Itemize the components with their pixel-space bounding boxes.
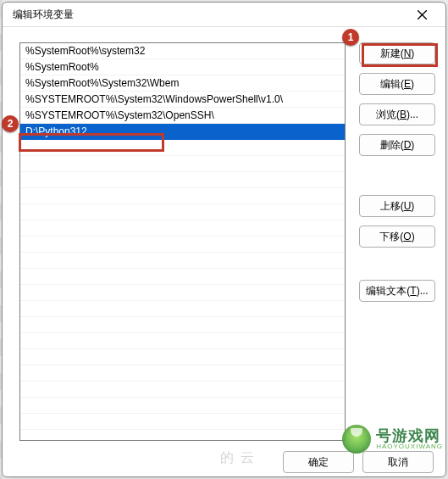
list-item-empty[interactable] (20, 220, 345, 237)
list-item[interactable]: %SystemRoot%\System32\Wbem (20, 75, 345, 92)
cancel-button[interactable]: 取消 (362, 451, 434, 473)
btn-label: 上移( (380, 199, 404, 214)
list-item-empty[interactable] (20, 333, 345, 349)
list-item-empty[interactable] (20, 285, 345, 301)
list-item-empty[interactable] (20, 204, 345, 220)
list-item-empty[interactable] (20, 188, 345, 204)
list-item-empty[interactable] (20, 253, 345, 269)
callout-2: 2 (2, 115, 19, 132)
list-item[interactable]: %SYSTEMROOT%\System32\WindowsPowerShell\… (20, 92, 345, 108)
btn-suffix: )... (407, 109, 418, 120)
btn-label: 删除( (380, 138, 404, 153)
list-item-empty[interactable] (20, 382, 345, 398)
hotkey: B (400, 109, 407, 120)
window-title: 编辑环境变量 (13, 8, 74, 22)
moveup-button[interactable]: 上移(U) (359, 195, 435, 217)
ok-button[interactable]: 确定 (283, 451, 354, 473)
hotkey: T (410, 285, 416, 297)
callout-1: 1 (342, 29, 359, 46)
close-icon (418, 10, 427, 19)
dialog-body: %SystemRoot%\system32%SystemRoot%%System… (3, 27, 445, 451)
btn-suffix: ) (411, 47, 414, 59)
btn-suffix: ) (411, 78, 414, 90)
list-item-empty[interactable] (20, 317, 345, 333)
list-item-empty[interactable] (20, 140, 345, 156)
btn-suffix: ) (412, 231, 415, 242)
hotkey: U (404, 200, 412, 212)
list-item-empty[interactable] (20, 172, 345, 188)
list-item-empty[interactable] (20, 156, 345, 172)
list-item-empty[interactable] (20, 269, 345, 285)
browse-button[interactable]: 浏览(B)... (359, 103, 435, 125)
new-button[interactable]: 新建(N) (359, 42, 435, 64)
hotkey: O (403, 231, 411, 242)
delete-button[interactable]: 删除(D) (359, 134, 435, 156)
btn-suffix: )... (417, 285, 429, 297)
list-item-empty[interactable] (20, 414, 345, 430)
list-item[interactable]: %SystemRoot% (20, 59, 345, 75)
list-item-empty[interactable] (20, 365, 345, 382)
movedown-button[interactable]: 下移(O) (359, 226, 435, 248)
list-item[interactable]: %SystemRoot%\system32 (20, 43, 345, 59)
btn-suffix: ) (411, 200, 414, 212)
hotkey: E (404, 78, 411, 90)
side-buttons: 新建(N) 编辑(E) 浏览(B)... 删除(D) 上移(U) 下移(O) 编… (359, 42, 435, 441)
list-item-empty[interactable] (20, 237, 345, 253)
dialog-footer: 确定 取消 (3, 451, 445, 479)
list-item-empty[interactable] (20, 349, 345, 365)
hotkey: N (404, 47, 412, 59)
list-item[interactable]: %SYSTEMROOT%\System32\OpenSSH\ (20, 108, 345, 124)
list-item[interactable]: D:\Python312 (20, 124, 345, 140)
btn-label: 下移( (379, 230, 403, 244)
titlebar: 编辑环境变量 (3, 3, 445, 27)
btn-label: 新建( (380, 47, 404, 61)
close-button[interactable] (405, 3, 439, 26)
edittext-button[interactable]: 编辑文本(T)... (359, 280, 435, 302)
list-item-empty[interactable] (20, 301, 345, 317)
btn-label: 浏览( (376, 108, 400, 122)
btn-label: 编辑( (380, 77, 404, 92)
list-item-empty[interactable] (20, 398, 345, 414)
path-listbox[interactable]: %SystemRoot%\system32%SystemRoot%%System… (19, 42, 346, 441)
edit-button[interactable]: 编辑(E) (359, 73, 435, 95)
btn-suffix: ) (411, 139, 414, 151)
hotkey: D (404, 139, 412, 151)
env-var-dialog: 编辑环境变量 %SystemRoot%\system32%SystemRoot%… (2, 2, 446, 477)
btn-label: 编辑文本( (366, 284, 410, 298)
